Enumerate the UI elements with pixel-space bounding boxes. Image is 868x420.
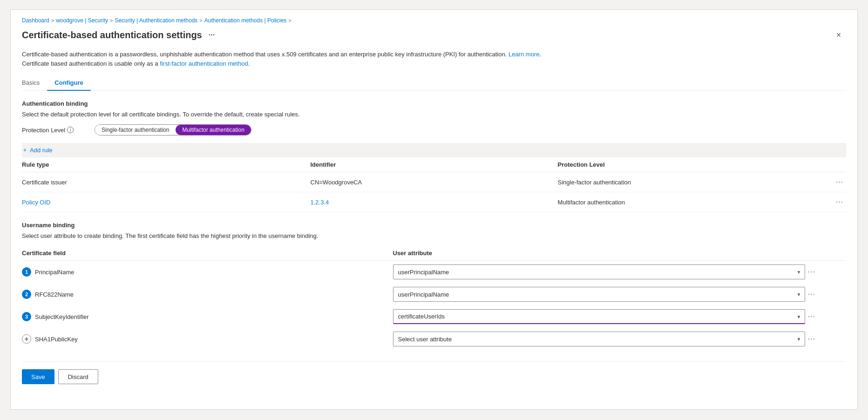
auth-binding-description: Select the default protection level for …	[22, 111, 846, 118]
rule-2-protection: Multifactor authentication	[558, 192, 805, 212]
row-4-cert-field-name: SHA1PublicKey	[35, 336, 78, 343]
col-header-user-attr: User attribute	[393, 246, 805, 261]
username-row-1-more-button[interactable]: ···	[805, 267, 818, 277]
username-binding-table: Certificate field User attribute 1 Princ…	[22, 246, 846, 350]
description-text1: Certificate-based authentication is a pa…	[22, 51, 507, 58]
breadcrumb-dashboard[interactable]: Dashboard	[22, 17, 49, 24]
row-4-select-wrapper: Select user attribute userPrincipalName …	[393, 332, 805, 346]
breadcrumb-security[interactable]: woodgrove | Security	[56, 17, 108, 24]
rule-2-type-link[interactable]: Policy OID	[22, 199, 50, 206]
rules-table-header-row: Rule type Identifier Protection Level	[22, 157, 846, 172]
rule-2-identifier: 1.2.3.4	[311, 192, 558, 212]
panel-header: Dashboard > woodgrove | Security > Secur…	[11, 10, 857, 42]
description-text3: .	[248, 60, 250, 67]
username-row-4-user-attr: Select user attribute userPrincipalName …	[393, 328, 805, 350]
row-4-badge: +	[22, 334, 31, 344]
close-button[interactable]: ×	[831, 27, 846, 42]
breadcrumb-sep-2: >	[110, 18, 113, 23]
username-binding-description: Select user attribute to create binding.…	[22, 232, 846, 239]
username-row-3-actions: ···	[805, 305, 847, 328]
row-3-cert-field-name: SubjectKeyIdentifier	[35, 313, 89, 320]
auth-binding-title: Authentication binding	[22, 100, 846, 107]
row-3-badge: 3	[22, 312, 31, 321]
username-row-2-cert-field: 2 RFC822Name	[22, 283, 393, 305]
breadcrumb-sep-1: >	[51, 18, 54, 23]
save-button[interactable]: Save	[22, 369, 54, 384]
tab-basics[interactable]: Basics	[22, 75, 47, 91]
rule-1-identifier: CN=WoodgroveCA	[311, 172, 558, 192]
row-1-user-attr-select[interactable]: userPrincipalName	[393, 264, 805, 279]
rule-2-more-button[interactable]: ···	[833, 197, 846, 207]
username-row-3: 3 SubjectKeyIdentifier certificateUserId…	[22, 305, 846, 328]
col-header-rule-type: Rule type	[22, 157, 311, 172]
username-row-2-actions: ···	[805, 283, 847, 305]
first-factor-link[interactable]: first-factor authentication method	[160, 60, 248, 67]
rule-1-actions: ···	[805, 172, 847, 192]
learn-more-link[interactable]: Learn more	[509, 51, 539, 58]
authentication-binding-section: Authentication binding Select the defaul…	[22, 100, 846, 212]
protection-level-info-icon[interactable]: i	[67, 127, 74, 133]
description-block: Certificate-based authentication is a pa…	[22, 50, 846, 68]
username-row-4-cert-field: + SHA1PublicKey	[22, 328, 393, 350]
rule-row-1: Certificate issuer CN=WoodgroveCA Single…	[22, 172, 846, 192]
breadcrumb: Dashboard > woodgrove | Security > Secur…	[22, 17, 846, 24]
rule-1-protection: Single-factor authentication	[558, 172, 805, 192]
rule-2-identifier-link[interactable]: 1.2.3.4	[311, 199, 329, 206]
breadcrumb-policies[interactable]: Authentication methods | Policies	[204, 17, 287, 24]
panel-title: Certificate-based authentication setting…	[22, 30, 217, 41]
username-binding-title: Username binding	[22, 222, 846, 229]
panel-options-button[interactable]: ···	[206, 30, 217, 40]
rules-table: ＋ Add rule Rule type Identifier Protecti…	[22, 143, 846, 212]
username-row-3-user-attr: certificateUserIds ▼	[393, 305, 805, 328]
username-row-2: 2 RFC822Name userPrincipalName	[22, 283, 846, 305]
username-row-3-more-button[interactable]: ···	[805, 312, 818, 322]
col-header-actions	[805, 157, 847, 172]
col-header-username-actions	[805, 246, 847, 261]
add-icon: ＋	[22, 146, 28, 154]
rule-2-actions: ···	[805, 192, 847, 212]
row-3-select-wrapper: certificateUserIds ▼	[393, 309, 805, 324]
username-row-2-more-button[interactable]: ···	[805, 289, 818, 299]
description-text2: Certificate based authentication is usab…	[22, 60, 158, 67]
rule-row-2: Policy OID 1.2.3.4 Multifactor authentic…	[22, 192, 846, 212]
breadcrumb-sep-4: >	[288, 18, 291, 23]
username-row-1-cert-field: 1 PrincipalName	[22, 261, 393, 284]
rule-2-type: Policy OID	[22, 192, 311, 212]
col-header-protection-level: Protection Level	[558, 157, 805, 172]
row-2-user-attr-select[interactable]: userPrincipalName	[393, 287, 805, 302]
username-row-4-more-button[interactable]: ···	[805, 334, 818, 344]
row-1-cert-field-name: PrincipalName	[35, 269, 75, 276]
discard-button[interactable]: Discard	[58, 369, 98, 384]
panel-body: Certificate-based authentication is a pa…	[11, 42, 857, 403]
col-header-identifier: Identifier	[311, 157, 558, 172]
breadcrumb-sep-3: >	[199, 18, 202, 23]
tabs-container: Basics Configure	[22, 75, 846, 91]
main-panel: Dashboard > woodgrove | Security > Secur…	[10, 9, 858, 410]
username-row-1-user-attr: userPrincipalName ▼	[393, 261, 805, 284]
toggle-single-factor[interactable]: Single-factor authentication	[95, 125, 176, 135]
rule-1-more-button[interactable]: ···	[833, 177, 846, 187]
add-rule-row: ＋ Add rule	[22, 143, 846, 157]
username-row-4: + SHA1PublicKey Select user attribute	[22, 328, 846, 350]
row-2-cert-field-name: RFC822Name	[35, 291, 74, 298]
rule-1-type: Certificate issuer	[22, 172, 311, 192]
username-row-1: 1 PrincipalName userPrincipalName	[22, 261, 846, 284]
panel-title-row: Certificate-based authentication setting…	[22, 27, 846, 42]
username-row-3-cert-field: 3 SubjectKeyIdentifier	[22, 305, 393, 328]
row-2-badge: 2	[22, 290, 31, 299]
username-table-header-row: Certificate field User attribute	[22, 246, 846, 261]
username-row-4-actions: ···	[805, 328, 847, 350]
add-rule-button[interactable]: ＋ Add rule	[22, 146, 52, 154]
username-row-2-user-attr: userPrincipalName ▼	[393, 283, 805, 305]
toggle-multifactor[interactable]: Multifactor authentication	[176, 125, 251, 135]
protection-level-label: Protection Level i	[22, 127, 87, 134]
row-3-user-attr-select[interactable]: certificateUserIds	[393, 309, 805, 324]
protection-level-toggle[interactable]: Single-factor authentication Multifactor…	[95, 124, 251, 135]
panel-title-text: Certificate-based authentication setting…	[22, 30, 202, 41]
protection-level-row: Protection Level i Single-factor authent…	[22, 124, 846, 135]
breadcrumb-auth-methods[interactable]: Security | Authentication methods	[115, 17, 197, 24]
col-header-cert-field: Certificate field	[22, 246, 393, 261]
tab-configure[interactable]: Configure	[47, 75, 90, 91]
row-4-user-attr-select[interactable]: Select user attribute userPrincipalName …	[393, 332, 805, 346]
username-binding-section: Username binding Select user attribute t…	[22, 222, 846, 350]
